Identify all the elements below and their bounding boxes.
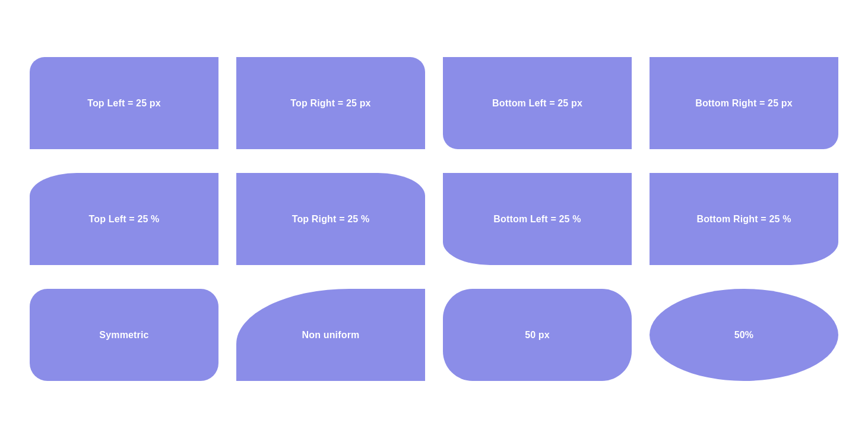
shape-non-uniform: Non uniform <box>236 289 425 381</box>
shape-bottom-right-25pct: Bottom Right = 25 % <box>650 173 838 265</box>
shape-bottom-left-25pct: Bottom Left = 25 % <box>443 173 632 265</box>
shape-fifty-pct: 50% <box>650 289 838 381</box>
shape-label-non-uniform: Non uniform <box>302 330 360 341</box>
shape-bottom-left-25px: Bottom Left = 25 px <box>443 57 632 149</box>
shape-label-top-left-25pct: Top Left = 25 % <box>88 214 159 225</box>
shape-label-bottom-right-25pct: Bottom Right = 25 % <box>696 214 791 225</box>
shape-bottom-right-25px: Bottom Right = 25 px <box>650 57 838 149</box>
shape-label-top-left-25px: Top Left = 25 px <box>87 98 161 109</box>
shape-label-top-right-25pct: Top Right = 25 % <box>292 214 370 225</box>
shape-fifty-px: 50 px <box>443 289 632 381</box>
shape-top-left-25pct: Top Left = 25 % <box>30 173 218 265</box>
shape-label-fifty-pct: 50% <box>734 330 754 341</box>
shape-label-bottom-left-25pct: Bottom Left = 25 % <box>493 214 581 225</box>
shape-top-left-25px: Top Left = 25 px <box>30 57 218 149</box>
shape-label-bottom-right-25px: Bottom Right = 25 px <box>695 98 793 109</box>
shape-top-right-25pct: Top Right = 25 % <box>236 173 425 265</box>
shape-label-symmetric: Symmetric <box>99 330 148 341</box>
shape-label-fifty-px: 50 px <box>525 330 550 341</box>
shape-label-top-right-25px: Top Right = 25 px <box>290 98 370 109</box>
shapes-grid: Top Left = 25 pxTop Right = 25 pxBottom … <box>0 33 868 405</box>
shape-label-bottom-left-25px: Bottom Left = 25 px <box>492 98 582 109</box>
shape-symmetric: Symmetric <box>30 289 218 381</box>
shape-top-right-25px: Top Right = 25 px <box>236 57 425 149</box>
